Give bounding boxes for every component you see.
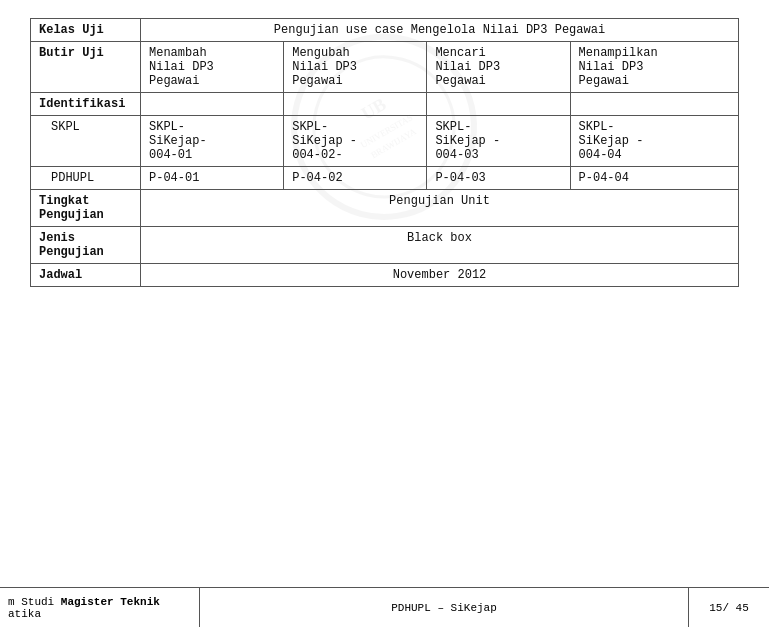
pdhupl-val-4: P-04-04	[570, 167, 738, 190]
butir-uji-label: Butir Uji	[31, 42, 141, 93]
jenis-label: JenisPengujian	[31, 227, 141, 264]
kelas-uji-label: Kelas Uji	[31, 19, 141, 42]
table-row-skpl: SKPL SKPL-SiKejap-004-01 SKPL-SiKejap -0…	[31, 116, 739, 167]
page-content: UB UNIVERSITAS BRAWIJAYA Kelas Uji Pengu…	[0, 0, 769, 297]
footer-middle: PDHUPL – SiKejap	[200, 588, 689, 627]
pdhupl-val-1: P-04-01	[141, 167, 284, 190]
jadwal-value: November 2012	[141, 264, 739, 287]
footer-program-label: m Studi Magister Teknik	[8, 596, 191, 608]
table-row-identifikasi: Identifikasi	[31, 93, 739, 116]
skpl-val-1: SKPL-SiKejap-004-01	[141, 116, 284, 167]
table-row-butir-uji: Butir Uji MenambahNilai DP3Pegawai Mengu…	[31, 42, 739, 93]
butir-col-3: MencariNilai DP3Pegawai	[427, 42, 570, 93]
butir-col-1: MenambahNilai DP3Pegawai	[141, 42, 284, 93]
skpl-val-4: SKPL-SiKejap -004-04	[570, 116, 738, 167]
table-row-kelas-uji: Kelas Uji Pengujian use case Mengelola N…	[31, 19, 739, 42]
identifikasi-empty-3	[427, 93, 570, 116]
tingkat-value: Pengujian Unit	[141, 190, 739, 227]
table-row-tingkat: TingkatPengujian Pengujian Unit	[31, 190, 739, 227]
footer-bar: m Studi Magister Teknik atika PDHUPL – S…	[0, 587, 769, 627]
jadwal-label: Jadwal	[31, 264, 141, 287]
table-row-jenis: JenisPengujian Black box	[31, 227, 739, 264]
butir-col-2: MengubahNilai DP3Pegawai	[284, 42, 427, 93]
pdhupl-val-3: P-04-03	[427, 167, 570, 190]
pdhupl-label: PDHUPL	[31, 167, 141, 190]
skpl-val-2: SKPL-SiKejap -004-02-	[284, 116, 427, 167]
skpl-val-3: SKPL-SiKejap -004-03	[427, 116, 570, 167]
kelas-uji-value: Pengujian use case Mengelola Nilai DP3 P…	[141, 19, 739, 42]
footer-program-sub: atika	[8, 608, 191, 620]
footer-page: 15/ 45	[689, 588, 769, 627]
identifikasi-label: Identifikasi	[31, 93, 141, 116]
tingkat-label: TingkatPengujian	[31, 190, 141, 227]
table-row-pdhupl: PDHUPL P-04-01 P-04-02 P-04-03 P-04-04	[31, 167, 739, 190]
identifikasi-empty-4	[570, 93, 738, 116]
skpl-label: SKPL	[31, 116, 141, 167]
footer-program: m Studi Magister Teknik atika	[0, 588, 200, 627]
pdhupl-val-2: P-04-02	[284, 167, 427, 190]
test-case-table: Kelas Uji Pengujian use case Mengelola N…	[30, 18, 739, 287]
butir-col-4: MenampilkanNilai DP3Pegawai	[570, 42, 738, 93]
table-row-jadwal: Jadwal November 2012	[31, 264, 739, 287]
identifikasi-empty-1	[141, 93, 284, 116]
identifikasi-empty-2	[284, 93, 427, 116]
jenis-value: Black box	[141, 227, 739, 264]
